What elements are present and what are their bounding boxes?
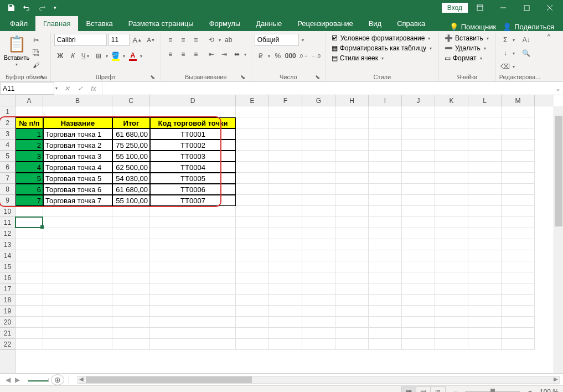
maximize-icon[interactable] xyxy=(515,0,538,16)
cell[interactable] xyxy=(269,261,302,272)
underline-button[interactable]: Ч▾ xyxy=(80,50,92,62)
fx-icon[interactable]: fx xyxy=(87,82,100,95)
cell[interactable]: ТТ0003 xyxy=(150,151,236,162)
cell[interactable] xyxy=(335,239,369,250)
number-format-select[interactable] xyxy=(255,34,299,46)
launcher-icon[interactable]: ⬊ xyxy=(314,74,321,80)
cell[interactable] xyxy=(112,250,150,261)
cell[interactable] xyxy=(112,239,150,250)
share-button[interactable]: 👤Поделиться xyxy=(503,23,554,31)
cell[interactable] xyxy=(402,117,435,128)
undo-icon[interactable] xyxy=(20,1,33,14)
cell[interactable] xyxy=(402,217,435,228)
column-header[interactable]: H xyxy=(335,95,369,106)
column-header[interactable]: J xyxy=(402,95,435,106)
cell[interactable] xyxy=(16,328,43,339)
cell[interactable] xyxy=(369,261,402,272)
cell[interactable] xyxy=(369,239,402,250)
cell[interactable] xyxy=(468,117,502,128)
cell[interactable] xyxy=(269,117,302,128)
paste-button[interactable]: Вставить ▾ xyxy=(6,34,28,68)
row-header[interactable]: 17 xyxy=(0,283,15,295)
cell[interactable] xyxy=(302,184,335,195)
tab-home[interactable]: Главная xyxy=(35,16,78,31)
cell[interactable] xyxy=(236,228,269,239)
cell[interactable] xyxy=(269,328,302,339)
cell[interactable] xyxy=(302,328,335,339)
cell[interactable] xyxy=(502,261,535,272)
align-bottom-button[interactable]: ≡ xyxy=(190,34,202,46)
cell[interactable]: Торговая точка 2 xyxy=(43,140,112,151)
cell[interactable] xyxy=(402,328,435,339)
cell[interactable] xyxy=(369,306,402,317)
cell[interactable] xyxy=(302,317,335,328)
cell[interactable] xyxy=(335,328,369,339)
cell[interactable] xyxy=(150,283,236,295)
cell[interactable]: Торговая точка 4 xyxy=(43,162,112,173)
cell-styles-button[interactable]: ▤Стили ячеек▾ xyxy=(329,54,387,63)
tab-view[interactable]: Вид xyxy=(361,16,390,31)
cell[interactable]: 6 xyxy=(16,184,43,195)
cell[interactable] xyxy=(502,228,535,239)
cell[interactable] xyxy=(150,272,236,283)
cell[interactable] xyxy=(402,151,435,162)
cell[interactable] xyxy=(112,206,150,217)
cell[interactable] xyxy=(43,306,112,317)
cell[interactable] xyxy=(335,272,369,283)
cell[interactable] xyxy=(150,328,236,339)
cell[interactable] xyxy=(150,261,236,272)
cell[interactable] xyxy=(402,283,435,295)
row-header[interactable]: 11 xyxy=(0,217,15,228)
cell[interactable] xyxy=(502,195,535,206)
cell[interactable]: 61 680,00 xyxy=(112,128,150,140)
cell[interactable] xyxy=(468,140,502,151)
cell[interactable] xyxy=(369,250,402,261)
cell[interactable] xyxy=(112,328,150,339)
cell[interactable] xyxy=(502,117,535,128)
cell[interactable] xyxy=(43,106,112,117)
cell[interactable] xyxy=(502,151,535,162)
cell[interactable] xyxy=(236,195,269,206)
cell[interactable]: Торговая точка 6 xyxy=(43,184,112,195)
cell[interactable] xyxy=(112,339,150,350)
cell[interactable] xyxy=(402,295,435,306)
cell[interactable] xyxy=(402,128,435,140)
cell[interactable] xyxy=(468,317,502,328)
minimize-icon[interactable] xyxy=(492,0,514,16)
page-layout-view-button[interactable]: ▤ xyxy=(416,387,431,393)
cell[interactable] xyxy=(16,272,43,283)
row-header[interactable]: 16 xyxy=(0,272,15,283)
cell[interactable] xyxy=(502,184,535,195)
column-header[interactable]: G xyxy=(302,95,335,106)
cell[interactable] xyxy=(112,228,150,239)
cell[interactable] xyxy=(435,228,468,239)
cell[interactable] xyxy=(502,140,535,151)
cell[interactable] xyxy=(236,162,269,173)
cell[interactable] xyxy=(269,317,302,328)
cell[interactable] xyxy=(302,140,335,151)
cell[interactable] xyxy=(16,228,43,239)
cell[interactable] xyxy=(269,184,302,195)
cell[interactable] xyxy=(302,339,335,350)
cell[interactable] xyxy=(150,228,236,239)
cell[interactable] xyxy=(269,173,302,184)
column-header[interactable]: E xyxy=(236,95,269,106)
cell[interactable] xyxy=(43,317,112,328)
cell[interactable] xyxy=(502,217,535,228)
find-button[interactable]: 🔍 xyxy=(520,47,533,59)
fill-button[interactable]: ↓▾ xyxy=(499,47,516,59)
cell[interactable] xyxy=(468,151,502,162)
cell[interactable] xyxy=(402,250,435,261)
cell[interactable] xyxy=(43,339,112,350)
cell[interactable] xyxy=(435,317,468,328)
cell[interactable] xyxy=(468,328,502,339)
cell[interactable] xyxy=(369,283,402,295)
cut-button[interactable] xyxy=(30,34,42,46)
cell[interactable] xyxy=(302,117,335,128)
increase-decimal-button[interactable]: .0→ xyxy=(297,50,309,62)
tab-data[interactable]: Данные xyxy=(248,16,290,31)
cell[interactable] xyxy=(112,317,150,328)
cell[interactable] xyxy=(369,162,402,173)
cell[interactable] xyxy=(269,228,302,239)
vertical-scrollbar[interactable] xyxy=(554,106,563,373)
